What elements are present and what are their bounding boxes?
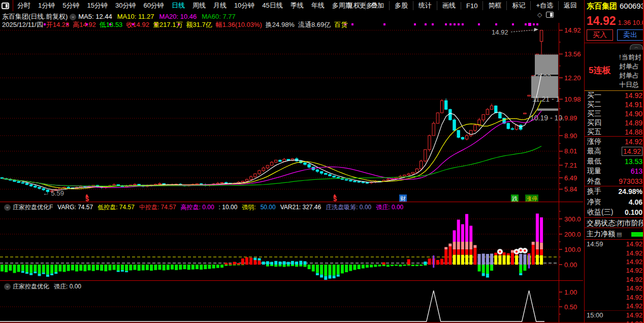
- period-tab-2[interactable]: 5分钟: [62, 1, 79, 10]
- stat-row: 外盘973033: [585, 176, 644, 186]
- ma-value: MA10: 11.27: [117, 13, 154, 20]
- indicator-value: 庄洗盘吸筹: 0.00: [326, 204, 371, 211]
- tick-row: 14.92: [585, 257, 644, 266]
- indicator-value: VAR21: 327.46: [280, 204, 321, 211]
- bid-row[interactable]: 买三14.90: [585, 109, 644, 118]
- app-root: 14.9213.5612.2010.989.898.908.017.216.49…: [0, 0, 644, 323]
- tick-price: 14.92: [626, 267, 642, 274]
- financial-label: 净资: [587, 198, 601, 207]
- financial-value: 0.100: [625, 208, 642, 216]
- list-icon[interactable]: ▤: [617, 231, 622, 237]
- period-tab-4[interactable]: 30分钟: [115, 1, 136, 10]
- board-info-line: 封单占: [619, 71, 644, 80]
- stat-value: 14.92: [625, 138, 642, 146]
- period-tab-8[interactable]: 月线: [213, 1, 227, 10]
- chevron-down-icon[interactable]: ⌄: [70, 14, 76, 20]
- diamond-icon[interactable]: ◇: [537, 11, 542, 18]
- ma-line-MA60: [2, 146, 541, 186]
- toolbar-button-4[interactable]: 画线: [437, 1, 461, 10]
- alert-icon: !: [619, 53, 621, 61]
- split-view-icon[interactable]: [546, 12, 554, 18]
- financial-value: 4.06: [629, 198, 642, 206]
- svg-text:5.84: 5.84: [564, 185, 577, 193]
- ohlc-value: 额31.7亿: [186, 21, 212, 28]
- collapse-icon[interactable]: ⌄: [4, 204, 11, 211]
- toolbar-button-8[interactable]: +自选: [530, 1, 558, 10]
- stat-value: 973033: [619, 177, 642, 185]
- indicator-value: 高控盘: 0.00: [181, 204, 214, 211]
- toolbar-button-3[interactable]: 统计: [413, 1, 437, 10]
- collapse-chevron-icon[interactable]: ︿: [630, 44, 643, 50]
- stock-name: 东百集团: [587, 2, 617, 10]
- svg-text:200.0: 200.0: [564, 231, 581, 238]
- tick-price: 14.92: [626, 258, 642, 266]
- toolbar-button-6[interactable]: 简框: [482, 1, 506, 10]
- tick-list[interactable]: 14:5914.9214.9214.9214.9214.9214.9214.92…: [585, 239, 644, 323]
- svg-text:涨停: 涨停: [526, 196, 537, 202]
- bid-label: 买四: [587, 118, 601, 127]
- tick-row: 14.92: [585, 266, 644, 275]
- price-row: 14.921.36 10.03%: [587, 14, 643, 27]
- indicator2-header: ⌄庄家控盘优化强庄: 0.00: [2, 282, 86, 290]
- period-tab-11[interactable]: 季线: [291, 1, 304, 10]
- bid-value: 14.88: [625, 128, 642, 136]
- period-tab-6[interactable]: 日线: [172, 1, 185, 10]
- ma-values: MA5: 12.44MA10: 11.27MA20: 10.46MA60: 7.…: [78, 13, 240, 20]
- collapse-icon[interactable]: ⌄: [4, 283, 11, 290]
- ma-value: MA20: 10.46: [159, 13, 197, 20]
- period-tab-0[interactable]: 分时: [17, 1, 30, 10]
- bid-label: 买五: [587, 127, 601, 137]
- financial-row: 净资4.06: [585, 197, 644, 208]
- ohlc-value: 收14.92: [126, 21, 149, 28]
- stat-list: 涨停14.92最高14.92最低13.53现量613外盘973033: [585, 136, 644, 186]
- stat-row: 最高14.92: [585, 147, 644, 157]
- ma-line-MA20: [2, 111, 541, 188]
- stock-title: 东百集团600693: [587, 2, 644, 11]
- toolbar-button-1[interactable]: 叠加: [365, 1, 389, 10]
- tick-price: 14.92: [626, 311, 642, 319]
- financial-label: 换手: [587, 187, 601, 196]
- ma-line-MA10: [2, 101, 541, 189]
- bid-row[interactable]: 买五14.88: [585, 127, 644, 137]
- buy-button[interactable]: 买入: [587, 29, 613, 41]
- stat-row: 涨停14.92: [585, 137, 644, 147]
- toolbar-button-5[interactable]: F10: [461, 2, 482, 10]
- tick-row: 15:0014.92: [585, 310, 644, 319]
- stock-code: 600693: [620, 2, 644, 10]
- bid-row[interactable]: 买二14.91: [585, 100, 644, 109]
- bid-label: 买一: [587, 91, 601, 100]
- price-change-pct: 10.03%: [633, 19, 644, 26]
- period-tab-7[interactable]: 周线: [192, 1, 206, 10]
- bid-label: 买三: [587, 109, 601, 118]
- period-tab-1[interactable]: 1分钟: [38, 1, 55, 10]
- bid-value: 14.92: [625, 91, 642, 100]
- svg-text:14.92: 14.92: [564, 26, 581, 34]
- toolbar-button-7[interactable]: 标记: [506, 1, 530, 10]
- period-tab-9[interactable]: 10分钟: [234, 1, 254, 10]
- indicator-value: 强弱:: [242, 204, 255, 211]
- svg-text:12.20: 12.20: [564, 74, 581, 82]
- stat-value: 13.53: [625, 157, 642, 166]
- period-tabs: 分时1分钟5分钟15分钟30分钟60分钟日线周线月线10分钟45日线季线年线多周…: [17, 1, 389, 10]
- spike-line: [0, 290, 544, 321]
- ohlc-value: 量217.1万: [153, 21, 183, 28]
- toolbar-button-0[interactable]: 复权: [342, 1, 365, 10]
- trade-buttons: 买入 卖出: [587, 29, 643, 41]
- main-chart-canvas[interactable]: 14.9213.5612.2010.989.898.908.017.216.49…: [0, 0, 644, 323]
- period-tab-12[interactable]: 年线: [311, 1, 325, 10]
- ma-value: MA5: 12.44: [78, 13, 112, 20]
- window-icon[interactable]: [2, 3, 9, 9]
- board-badge: 5连板: [589, 64, 610, 76]
- sell-button[interactable]: 卖出: [617, 29, 643, 41]
- tick-row: 14.92: [585, 293, 644, 301]
- bid-row[interactable]: 买一14.92: [585, 91, 644, 100]
- period-tab-10[interactable]: 45日线: [262, 1, 282, 10]
- toolbar-button-9[interactable]: 返回: [558, 1, 582, 10]
- svg-text:6.49: 6.49: [564, 174, 577, 182]
- period-tab-3[interactable]: 15分钟: [87, 1, 107, 10]
- period-tab-5[interactable]: 60分钟: [143, 1, 164, 10]
- bid-row[interactable]: 买四14.89: [585, 118, 644, 127]
- stat-label: 现量: [587, 167, 601, 176]
- indicator-value: 庄家控盘优化F: [13, 204, 53, 211]
- toolbar-button-2[interactable]: 多股: [389, 1, 413, 10]
